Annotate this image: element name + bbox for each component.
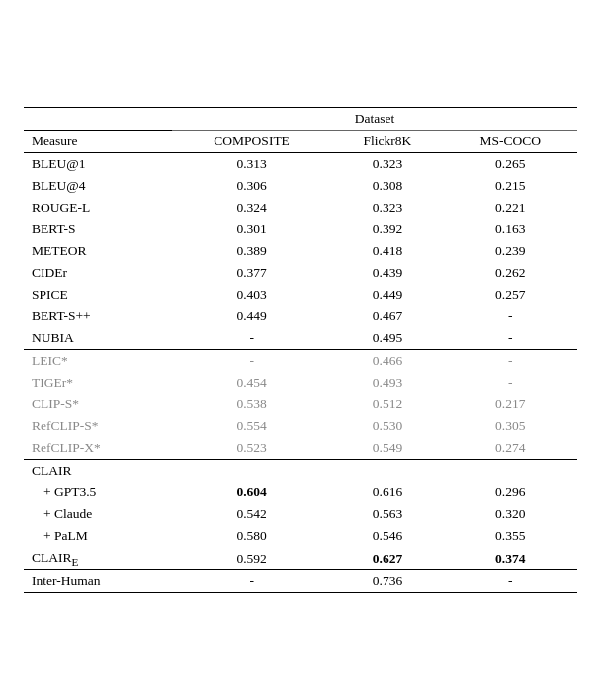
flickr8k-cell: 0.392 xyxy=(331,219,443,240)
measure-cell: BLEU@1 xyxy=(24,152,172,175)
mscoco-cell: 0.305 xyxy=(444,415,577,437)
dataset-super-header-row: Dataset xyxy=(24,107,577,130)
measure-cell: CLAIR xyxy=(24,459,172,481)
composite-cell: 0.538 xyxy=(172,394,332,415)
flickr8k-cell: 0.736 xyxy=(331,570,443,593)
measure-cell: METEOR xyxy=(24,240,172,262)
mscoco-cell xyxy=(444,459,577,481)
composite-cell: 0.306 xyxy=(172,175,332,197)
composite-cell: - xyxy=(172,349,332,372)
flickr8k-cell: 0.308 xyxy=(331,175,443,197)
composite-cell: 0.542 xyxy=(172,503,332,525)
measure-cell: SPICE xyxy=(24,284,172,306)
measure-cell: LEIC* xyxy=(24,349,172,372)
composite-cell: 0.592 xyxy=(172,547,332,570)
flickr8k-cell: 0.493 xyxy=(331,372,443,394)
table-row: Inter-Human-0.736- xyxy=(24,570,577,593)
table-row: BERT-S++0.4490.467- xyxy=(24,306,577,327)
measure-cell: CIDEr xyxy=(24,262,172,284)
flickr8k-cell: 0.466 xyxy=(331,349,443,372)
flickr8k-cell: 0.563 xyxy=(331,503,443,525)
mscoco-cell: 0.262 xyxy=(444,262,577,284)
table-row: RefCLIP-S*0.5540.5300.305 xyxy=(24,415,577,437)
composite-col-header: COMPOSITE xyxy=(172,130,332,152)
composite-cell: 0.554 xyxy=(172,415,332,437)
measure-cell: CLIP-S* xyxy=(24,394,172,415)
table-row: METEOR0.3890.4180.239 xyxy=(24,240,577,262)
table-row: NUBIA-0.495- xyxy=(24,327,577,350)
measure-cell: BLEU@4 xyxy=(24,175,172,197)
flickr8k-cell: 0.449 xyxy=(331,284,443,306)
composite-cell: - xyxy=(172,327,332,350)
flickr8k-col-header: Flickr8K xyxy=(331,130,443,152)
table-row: SPICE0.4030.4490.257 xyxy=(24,284,577,306)
table-row: + PaLM0.5800.5460.355 xyxy=(24,525,577,547)
mscoco-col-header: MS-COCO xyxy=(444,130,577,152)
table-row: BLEU@10.3130.3230.265 xyxy=(24,152,577,175)
measure-cell: CLAIRE xyxy=(24,547,172,570)
table-row: RefCLIP-X*0.5230.5490.274 xyxy=(24,437,577,460)
dataset-header: Dataset xyxy=(172,107,577,130)
measure-super-header xyxy=(24,107,172,130)
flickr8k-cell xyxy=(331,459,443,481)
table-row: TIGEr*0.4540.493- xyxy=(24,372,577,394)
table-row: LEIC*-0.466- xyxy=(24,349,577,372)
flickr8k-cell: 0.467 xyxy=(331,306,443,327)
composite-cell xyxy=(172,459,332,481)
table-row: BERT-S0.3010.3920.163 xyxy=(24,219,577,240)
flickr8k-cell: 0.512 xyxy=(331,394,443,415)
measure-cell: + PaLM xyxy=(24,525,172,547)
table-row: + Claude0.5420.5630.320 xyxy=(24,503,577,525)
measure-cell: + GPT3.5 xyxy=(24,481,172,503)
mscoco-cell: 0.217 xyxy=(444,394,577,415)
measure-cell: Inter-Human xyxy=(24,570,172,593)
measure-cell: TIGEr* xyxy=(24,372,172,394)
measure-cell: RefCLIP-X* xyxy=(24,437,172,460)
measure-cell: BERT-S xyxy=(24,219,172,240)
mscoco-cell: 0.320 xyxy=(444,503,577,525)
mscoco-cell: - xyxy=(444,306,577,327)
composite-cell: 0.389 xyxy=(172,240,332,262)
composite-cell: 0.580 xyxy=(172,525,332,547)
table-row: CLAIRE0.5920.6270.374 xyxy=(24,547,577,570)
measure-cell: RefCLIP-S* xyxy=(24,415,172,437)
mscoco-cell: 0.163 xyxy=(444,219,577,240)
flickr8k-cell: 0.418 xyxy=(331,240,443,262)
table-row: CLIP-S*0.5380.5120.217 xyxy=(24,394,577,415)
table-container: Dataset Measure COMPOSITE Flickr8K MS-CO… xyxy=(24,107,577,594)
mscoco-cell: - xyxy=(444,372,577,394)
composite-cell: 0.449 xyxy=(172,306,332,327)
composite-cell: 0.454 xyxy=(172,372,332,394)
composite-cell: 0.313 xyxy=(172,152,332,175)
column-header-row: Measure COMPOSITE Flickr8K MS-COCO xyxy=(24,130,577,152)
mscoco-cell: - xyxy=(444,327,577,350)
measure-cell: NUBIA xyxy=(24,327,172,350)
table-row: + GPT3.50.6040.6160.296 xyxy=(24,481,577,503)
mscoco-cell: - xyxy=(444,349,577,372)
flickr8k-cell: 0.495 xyxy=(331,327,443,350)
measure-cell: BERT-S++ xyxy=(24,306,172,327)
flickr8k-cell: 0.530 xyxy=(331,415,443,437)
composite-cell: 0.324 xyxy=(172,197,332,219)
mscoco-cell: 0.257 xyxy=(444,284,577,306)
results-table: Dataset Measure COMPOSITE Flickr8K MS-CO… xyxy=(24,107,577,594)
table-row: CIDEr0.3770.4390.262 xyxy=(24,262,577,284)
mscoco-cell: 0.221 xyxy=(444,197,577,219)
composite-cell: 0.377 xyxy=(172,262,332,284)
composite-cell: 0.604 xyxy=(172,481,332,503)
flickr8k-cell: 0.323 xyxy=(331,197,443,219)
table-row: BLEU@40.3060.3080.215 xyxy=(24,175,577,197)
mscoco-cell: 0.265 xyxy=(444,152,577,175)
mscoco-cell: 0.296 xyxy=(444,481,577,503)
mscoco-cell: 0.239 xyxy=(444,240,577,262)
mscoco-cell: 0.274 xyxy=(444,437,577,460)
measure-col-header: Measure xyxy=(24,130,172,152)
flickr8k-cell: 0.549 xyxy=(331,437,443,460)
flickr8k-cell: 0.439 xyxy=(331,262,443,284)
mscoco-cell: - xyxy=(444,570,577,593)
table-row: ROUGE-L0.3240.3230.221 xyxy=(24,197,577,219)
mscoco-cell: 0.355 xyxy=(444,525,577,547)
flickr8k-cell: 0.323 xyxy=(331,152,443,175)
composite-cell: 0.403 xyxy=(172,284,332,306)
composite-cell: 0.301 xyxy=(172,219,332,240)
